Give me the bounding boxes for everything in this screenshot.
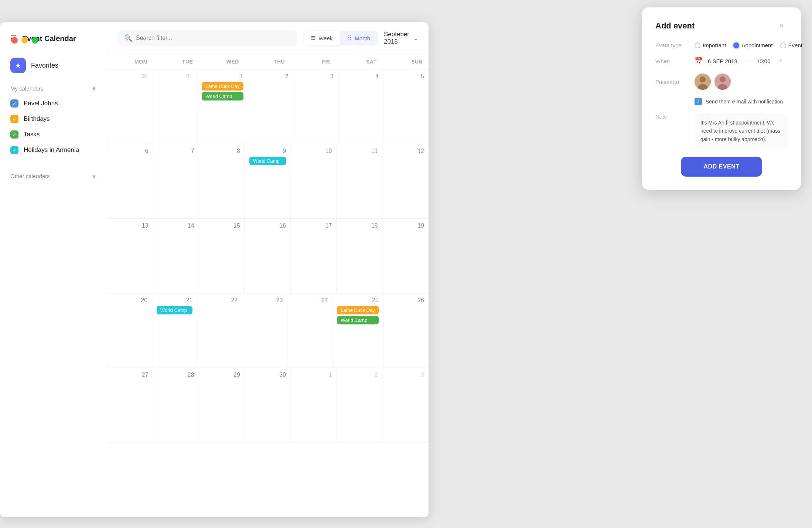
holidays-label: Holidays in Armenia (24, 146, 79, 154)
favorites-item[interactable]: ★ Favorites (0, 53, 107, 78)
panel-title: Add event (655, 21, 695, 31)
month-navigation[interactable]: Septeber 2018 ⌄ (384, 31, 418, 45)
date-13: 13 (112, 222, 148, 229)
nav-month-text: Septeber 2018 (384, 31, 409, 45)
cell-3[interactable]: 3 (293, 69, 338, 144)
date-1-oct: 1 (295, 372, 332, 378)
cell-30[interactable]: 30 (107, 69, 152, 144)
my-calendars-toggle[interactable]: ∧ (92, 85, 96, 92)
close-panel-button[interactable]: × (776, 20, 788, 32)
cell-18[interactable]: 18 (337, 219, 382, 293)
birthdays-checkbox[interactable]: ✓ (10, 115, 18, 123)
panel-header: Add event × (655, 20, 788, 32)
event-world-camp-9[interactable]: World Camp (249, 157, 286, 165)
holidays-checkbox[interactable]: ✓ (10, 146, 18, 154)
cell-1-oct[interactable]: 1 (291, 368, 337, 442)
event-world-camp-1[interactable]: World Camp (202, 92, 243, 101)
cell-27[interactable]: 27 (107, 368, 153, 442)
event-world-camp-21[interactable]: World Camp (157, 306, 192, 314)
event-lame-duck-day-1[interactable]: Lame Duck Day (202, 82, 243, 91)
cell-30b[interactable]: 30 (245, 368, 291, 442)
cell-8[interactable]: 8 (199, 144, 245, 218)
search-bar[interactable]: 🔍 (117, 30, 297, 46)
when-content: 📅 6 SEP 2018 − 10:00 + (695, 57, 785, 65)
maximize-button[interactable] (32, 37, 38, 44)
cell-6[interactable]: 6 (107, 144, 153, 218)
cell-24[interactable]: 24 (287, 293, 332, 368)
cell-31[interactable]: 31 (152, 69, 197, 144)
close-button[interactable] (11, 37, 18, 44)
sidebar-item-birthdays[interactable]: ✓ Birthdays (0, 111, 107, 127)
date-5: 5 (388, 73, 424, 80)
day-headers: MON TUE WED THU FRI SAT SUN (107, 54, 429, 69)
cell-2[interactable]: 2 (248, 69, 293, 144)
minimize-button[interactable] (21, 37, 28, 44)
main-content: 🔍 ☰ Week ⠿ Month Septeber 2018 (107, 22, 429, 517)
event-world-camp-25[interactable]: World Camp (337, 316, 378, 324)
calendar-week-4: 20 21 World Camp 22 23 24 25 Lame Duck D… (107, 293, 429, 368)
pavel-johns-checkbox[interactable]: ✓ (10, 99, 18, 108)
cell-26[interactable]: 26 (383, 293, 429, 368)
cell-20[interactable]: 20 (107, 293, 152, 368)
event-lame-duck-day-25[interactable]: Lame Duck Day (337, 306, 378, 314)
tasks-checkbox[interactable]: ✓ (10, 130, 18, 139)
add-event-button[interactable]: ADD EVENT (681, 157, 762, 177)
cell-15[interactable]: 15 (199, 219, 245, 293)
patients-avatars (695, 74, 731, 90)
calendar-grid: 30 31 1 Lame Duck Day World Camp 2 3 4 5… (107, 69, 429, 517)
chevron-down-icon[interactable]: ⌄ (413, 34, 418, 42)
patient-avatar-1[interactable] (695, 74, 711, 90)
cell-25[interactable]: 25 Lame Duck Day World Camp (332, 293, 383, 368)
date-16: 16 (249, 222, 286, 229)
cell-10[interactable]: 10 (291, 144, 337, 218)
week-label: Week (318, 35, 332, 41)
cell-3-oct[interactable]: 3 (383, 368, 429, 442)
cell-29[interactable]: 29 (199, 368, 245, 442)
cell-22[interactable]: 22 (197, 293, 242, 368)
tab-month[interactable]: ⠿ Month (340, 31, 378, 45)
cell-1[interactable]: 1 Lame Duck Day World Camp (197, 69, 248, 144)
cell-9[interactable]: 9 World Camp (245, 144, 291, 218)
cell-13[interactable]: 13 (107, 219, 153, 293)
cell-5[interactable]: 5 (383, 69, 429, 144)
cell-14[interactable]: 14 (153, 219, 199, 293)
sidebar-item-pavel-johns[interactable]: ✓ Pavel Johns (0, 96, 107, 111)
appointment-radio[interactable] (733, 42, 739, 48)
time-increase-button[interactable]: + (776, 57, 785, 65)
cell-28[interactable]: 28 (153, 368, 199, 442)
cell-21[interactable]: 21 World Camp (152, 293, 197, 368)
sidebar-item-holidays[interactable]: ✓ Holidays in Armenia (0, 142, 107, 158)
sidebar: ☰ Event Calendar ★ Favorites My calendar… (0, 22, 107, 517)
event-type-event[interactable]: Event (780, 42, 802, 48)
cell-11[interactable]: 11 (337, 144, 382, 218)
event-radio[interactable] (780, 42, 786, 48)
cell-7[interactable]: 7 (153, 144, 199, 218)
calendar-week-5: 27 28 29 30 1 2 3 (107, 368, 429, 443)
search-input[interactable] (136, 35, 290, 41)
tab-week[interactable]: ☰ Week (303, 31, 340, 45)
my-calendars-title: My calendars (10, 85, 43, 92)
cell-4[interactable]: 4 (338, 69, 383, 144)
cell-16[interactable]: 16 (245, 219, 291, 293)
other-calendars-toggle[interactable]: ∨ (92, 173, 96, 180)
time-decrease-button[interactable]: − (743, 57, 751, 65)
cell-12[interactable]: 12 (383, 144, 429, 218)
day-header-thu: THU (245, 54, 291, 69)
event-type-important[interactable]: Important (695, 42, 726, 48)
calendar-week-2: 6 7 8 9 World Camp 10 11 12 (107, 144, 429, 219)
date-22: 22 (202, 297, 238, 304)
patients-label: Patient(s) (655, 79, 689, 85)
other-calendars-title: Other calendars (10, 173, 50, 179)
note-content[interactable]: It's Mrs An first appointment. We need t… (695, 113, 788, 149)
event-type-row: Event type Important Appointment Event (655, 42, 788, 48)
cell-23[interactable]: 23 (242, 293, 287, 368)
patient-avatar-2[interactable] (714, 74, 731, 90)
event-type-appointment[interactable]: Appointment (733, 42, 772, 48)
important-radio[interactable] (695, 42, 700, 48)
month-icon: ⠿ (348, 35, 352, 41)
cell-2-oct[interactable]: 2 (337, 368, 382, 442)
cell-19[interactable]: 19 (383, 219, 429, 293)
notification-checkbox[interactable]: ✓ (695, 98, 702, 105)
cell-17[interactable]: 17 (291, 219, 337, 293)
sidebar-item-tasks[interactable]: ✓ Tasks (0, 127, 107, 142)
